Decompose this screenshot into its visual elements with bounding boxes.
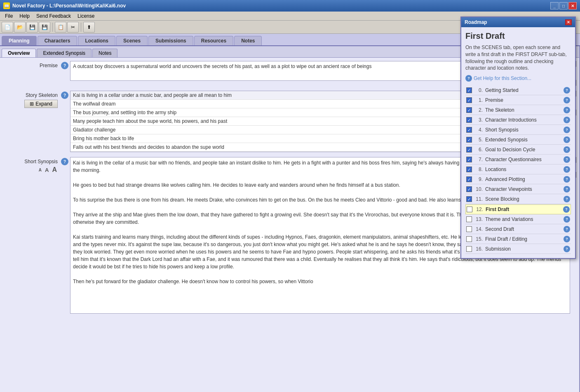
roadmap-num-16: 16. (474, 246, 483, 252)
roadmap-item-9: ✓ 9. Advanced Plotting ? (465, 175, 571, 184)
close-button[interactable]: ✕ (568, 2, 577, 9)
roadmap-label-5: Extended Synopsis (485, 137, 561, 143)
roadmap-item-14: 14. Second Draft ? (465, 225, 571, 234)
roadmap-checkbox-15[interactable] (466, 236, 472, 242)
roadmap-info-0[interactable]: ? (564, 87, 570, 94)
tab-scenes[interactable]: Scenes (116, 36, 148, 45)
skeleton-label: Story Skeleton (26, 91, 58, 98)
roadmap-body: First Draft On the SCENES tab, open each… (461, 27, 575, 258)
font-large-button[interactable]: A (51, 166, 58, 174)
synopsis-toolbar: A A A (38, 166, 58, 174)
open-button[interactable]: 📂 (14, 22, 26, 33)
roadmap-info-9[interactable]: ? (564, 176, 570, 183)
roadmap-label-16: Submission (485, 246, 561, 252)
roadmap-checkbox-10[interactable]: ✓ (466, 186, 472, 192)
new-button[interactable]: 📄 (2, 22, 13, 33)
tab-planning[interactable]: Planning (2, 36, 37, 45)
menu-help[interactable]: Help (16, 12, 33, 20)
roadmap-label-0: Getting Started (485, 87, 561, 93)
subtab-notes[interactable]: Notes (92, 49, 117, 57)
roadmap-info-5[interactable]: ? (564, 136, 570, 143)
expand-icon: ⊞ (30, 101, 34, 107)
roadmap-num-6: 6. (474, 147, 483, 153)
font-small-button[interactable]: A (38, 168, 42, 172)
roadmap-checkbox-14[interactable] (466, 226, 472, 232)
roadmap-checkbox-9[interactable]: ✓ (466, 176, 472, 182)
roadmap-info-10[interactable]: ? (564, 186, 570, 192)
maximize-button[interactable]: □ (559, 2, 568, 9)
app-icon: 📖 (3, 2, 10, 9)
save-button[interactable]: 💾 (26, 22, 38, 33)
roadmap-info-11[interactable]: ? (564, 196, 570, 202)
roadmap-label-8: Locations (485, 167, 561, 172)
cut-button[interactable]: ✂ (67, 22, 79, 33)
tab-locations[interactable]: Locations (78, 36, 115, 45)
menu-feedback[interactable]: Send Feedback (33, 12, 74, 20)
roadmap-item-16: 16. Submission ? (465, 244, 571, 254)
save-as-button[interactable]: 💾 (39, 22, 50, 33)
roadmap-checkbox-11[interactable]: ✓ (466, 196, 472, 202)
minimize-button[interactable]: _ (550, 2, 559, 9)
tab-resources[interactable]: Resources (194, 36, 233, 45)
roadmap-info-12[interactable]: ? (563, 206, 570, 213)
roadmap-num-12: 12. (475, 207, 483, 212)
roadmap-checkbox-6[interactable]: ✓ (466, 147, 472, 153)
copy-button[interactable]: 📋 (55, 22, 66, 33)
tab-characters[interactable]: Characters (38, 36, 77, 45)
roadmap-info-14[interactable]: ? (564, 226, 570, 232)
roadmap-checkbox-3[interactable]: ✓ (466, 117, 472, 123)
roadmap-item-2: ✓ 2. The Skeleton ? (465, 106, 571, 115)
upload-button[interactable]: ⬆ (83, 22, 95, 33)
roadmap-info-4[interactable]: ? (564, 127, 570, 133)
roadmap-item-13: 13. Theme and Variations ? (465, 215, 571, 224)
roadmap-close-button[interactable]: ✕ (565, 19, 572, 25)
roadmap-info-16[interactable]: ? (564, 246, 570, 252)
roadmap-info-1[interactable]: ? (564, 97, 570, 103)
skeleton-help-icon[interactable]: ? (61, 92, 68, 99)
expand-button[interactable]: ⊞ Expand (24, 100, 58, 108)
roadmap-label-6: Goal to Decision Cycle (485, 147, 561, 153)
font-medium-button[interactable]: A (44, 167, 49, 173)
roadmap-checkbox-7[interactable]: ✓ (466, 157, 472, 162)
roadmap-label-1: Premise (485, 97, 561, 103)
roadmap-help-link[interactable]: ? Get Help for this Section... (465, 75, 571, 82)
roadmap-section-desc: On the SCENES tab, open each scene and w… (465, 44, 571, 72)
roadmap-info-2[interactable]: ? (564, 107, 570, 113)
roadmap-label-3: Character Introductions (485, 117, 561, 123)
menu-license[interactable]: License (74, 12, 98, 20)
roadmap-item-10: ✓ 10. Character Viewpoints ? (465, 185, 571, 194)
roadmap-num-1: 1. (474, 97, 483, 103)
tab-notes[interactable]: Notes (234, 36, 262, 45)
roadmap-checkbox-5[interactable]: ✓ (466, 137, 472, 143)
subtab-extended-synopsis[interactable]: Extended Synopsis (37, 49, 92, 57)
subtab-overview[interactable]: Overview (2, 49, 36, 57)
roadmap-label-11: Scene Blocking (485, 196, 561, 202)
roadmap-item-15: 15. Final Draft / Editing ? (465, 235, 571, 244)
roadmap-num-15: 15. (474, 236, 483, 242)
synopsis-help-icon[interactable]: ? (61, 158, 68, 165)
roadmap-checkbox-16[interactable] (466, 246, 472, 252)
menu-file[interactable]: File (2, 12, 16, 20)
roadmap-checkbox-12[interactable] (467, 207, 472, 212)
roadmap-num-10: 10. (474, 186, 483, 192)
roadmap-checkbox-4[interactable]: ✓ (466, 127, 472, 133)
premise-help-icon[interactable]: ? (61, 62, 68, 69)
roadmap-num-4: 4. (474, 127, 483, 133)
roadmap-info-13[interactable]: ? (564, 216, 570, 223)
roadmap-info-6[interactable]: ? (564, 146, 570, 153)
roadmap-info-8[interactable]: ? (564, 166, 570, 173)
roadmap-checkbox-13[interactable] (466, 216, 472, 222)
roadmap-label-2: The Skeleton (485, 107, 561, 113)
roadmap-checkbox-1[interactable]: ✓ (466, 97, 472, 103)
roadmap-checkbox-2[interactable]: ✓ (466, 107, 472, 113)
roadmap-info-15[interactable]: ? (564, 236, 570, 242)
roadmap-info-7[interactable]: ? (564, 156, 570, 163)
roadmap-checkbox-0[interactable]: ✓ (466, 87, 472, 93)
roadmap-num-0: 0. (474, 87, 483, 93)
roadmap-item-0: ✓ 0. Getting Started ? (465, 86, 571, 95)
tab-submissions[interactable]: Submissions (148, 36, 193, 45)
roadmap-checkbox-8[interactable]: ✓ (466, 167, 472, 172)
roadmap-info-3[interactable]: ? (564, 117, 570, 123)
roadmap-num-13: 13. (474, 216, 483, 222)
window-title: Novel Factory - L:\Personal\Writing\Kai\… (12, 3, 126, 9)
